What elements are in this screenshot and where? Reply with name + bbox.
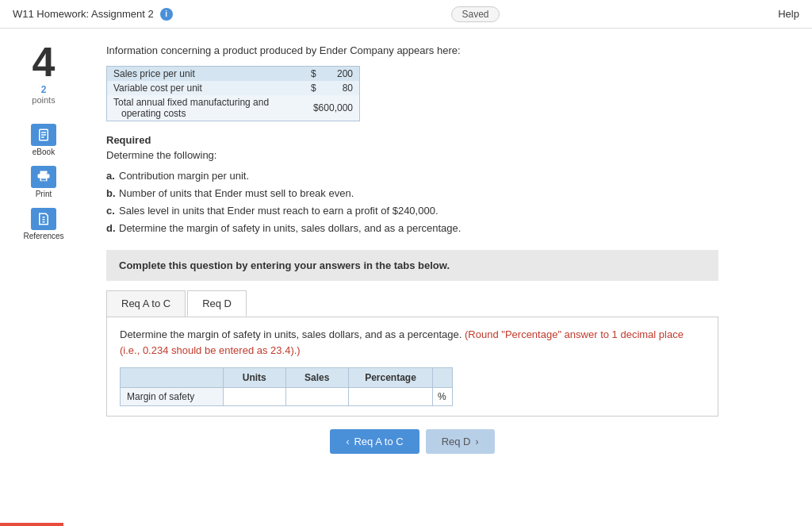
question-number: 4 [33,41,56,83]
value-sales-price-symbol: $ [299,67,322,82]
label-variable-cost: Variable cost per unit [107,81,300,95]
nav-buttons: ‹ Req A to C Req D › [106,429,718,454]
table-row-1: Sales price per unit $ 200 [107,67,360,82]
table-row-3: Total annual fixed manufacturing and ope… [107,95,360,121]
print-label: Print [36,190,52,198]
next-arrow: › [476,436,479,447]
main-layout: 4 2 points eBook Print [0,29,812,526]
next-label: Req D [442,436,471,447]
requirements-list: a. Contribution margin per unit. b. Numb… [106,167,718,237]
required-heading: Required [106,134,718,146]
page-title: W11 Homework: Assignment 2 [13,8,154,20]
req-letter-d: d. [106,220,116,237]
col-header-percentage: Percentage [349,368,433,388]
answer-table-header: Units Sales Percentage [121,368,453,388]
sales-input[interactable] [289,390,346,404]
top-bar-left: W11 Homework: Assignment 2 i [13,8,173,21]
value-fixed-costs: $600,000 [299,95,359,121]
answer-table: Units Sales Percentage Margin of safety [120,367,453,406]
required-section: Required Determine the following: a. Con… [106,134,718,237]
label-margin-safety: Margin of safety [121,388,224,406]
top-bar: W11 Homework: Assignment 2 i Saved Help [0,0,812,29]
print-tool[interactable]: Print [31,166,56,198]
percent-sign-cell: % [433,388,453,406]
instruction-text: Determine the margin of safety in units,… [120,327,705,358]
references-tool[interactable]: References [23,208,63,240]
complete-box: Complete this question by entering your … [106,250,718,281]
col-header-units: Units [224,368,286,388]
req-item-b: b. Number of units that Ender must sell … [106,185,718,202]
tab-req-a-to-c[interactable]: Req A to C [106,290,186,317]
prev-arrow: ‹ [346,436,349,447]
references-icon [31,208,56,230]
ebook-tool[interactable]: eBook [31,124,56,156]
tabs-row: Req A to C Req D [106,287,718,317]
value-variable-cost-symbol: $ [299,81,322,95]
col-header-empty [121,368,224,388]
product-data-table: Sales price per unit $ 200 Variable cost… [106,66,360,121]
percent-sign: % [438,391,446,402]
prev-label: Req A to C [354,436,403,447]
input-cell-units[interactable] [224,388,286,406]
req-letter-b: b. [106,185,116,202]
req-text-d: Determine the margin of safety in units,… [119,220,461,237]
tab-content-req-d: Determine the margin of safety in units,… [106,317,718,417]
req-text-a: Contribution margin per unit. [119,167,249,185]
references-label: References [23,232,63,240]
print-icon [31,166,56,188]
sidebar-tools: eBook Print References [23,124,63,240]
col-header-empty2 [433,368,453,388]
prev-button[interactable]: ‹ Req A to C [330,429,419,454]
points-label: points [32,95,55,105]
input-cell-percentage[interactable] [349,388,433,406]
value-variable-cost-amount: 80 [323,81,360,95]
value-sales-price-amount: 200 [323,67,360,82]
saved-badge: Saved [451,6,499,22]
label-fixed-costs: Total annual fixed manufacturing and ope… [107,95,300,121]
bottom-line [0,523,63,526]
next-button[interactable]: Req D › [426,429,495,454]
complete-box-text: Complete this question by entering your … [119,259,450,271]
ebook-icon [31,124,56,146]
req-item-a: a. Contribution margin per unit. [106,167,718,185]
answer-row-margin-safety: Margin of safety % [121,388,453,406]
help-link[interactable]: Help [778,8,799,20]
tab-req-d[interactable]: Req D [187,290,247,317]
content-area: Information concerning a product produce… [87,29,737,526]
points-value: 2 [41,84,47,95]
col-header-sales: Sales [285,368,349,388]
req-text-c: Sales level in units that Ender must rea… [119,202,439,220]
req-text-b: Number of units that Ender must sell to … [119,185,354,202]
percentage-input[interactable] [352,390,414,404]
req-letter-a: a. [106,167,116,185]
info-icon[interactable]: i [160,8,173,21]
req-item-c: c. Sales level in units that Ender must … [106,202,718,220]
tabs-container: Req A to C Req D Determine the margin of… [106,287,718,417]
req-item-d: d. Determine the margin of safety in uni… [106,220,718,237]
sidebar: 4 2 points eBook Print [0,29,87,526]
input-cell-sales[interactable] [285,388,349,406]
instruction-main: Determine the margin of safety in units,… [120,328,462,340]
table-row-2: Variable cost per unit $ 80 [107,81,360,95]
ebook-label: eBook [33,148,55,156]
label-sales-price: Sales price per unit [107,67,300,82]
intro-text: Information concerning a product produce… [106,44,718,56]
req-letter-c: c. [106,202,116,220]
units-input[interactable] [227,390,282,404]
required-subheading: Determine the following: [106,149,718,161]
